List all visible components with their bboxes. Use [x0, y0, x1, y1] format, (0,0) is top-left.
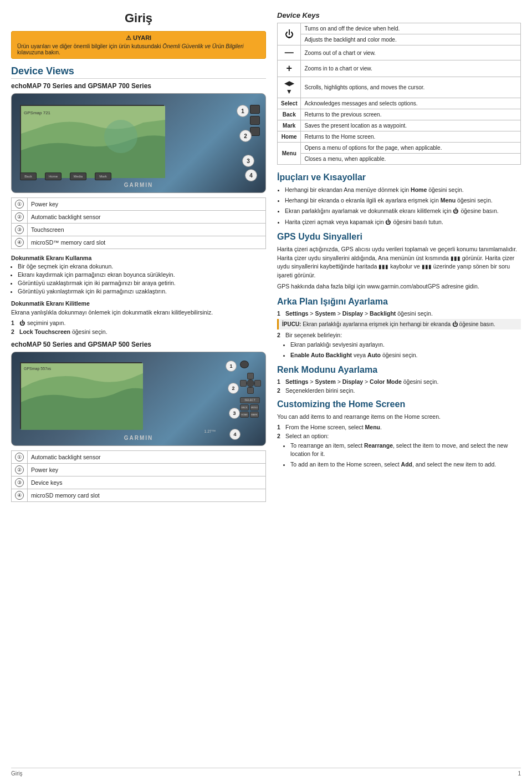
table-row: Mark Saves the present location as a way…	[278, 120, 521, 131]
device-screen-1: GPSmap 721	[20, 105, 164, 177]
garmin-label-2: GARMIN	[124, 435, 154, 441]
touchscreen-section: Dokunmatik Ekranı Kullanma Bir öğe seçme…	[11, 255, 266, 295]
callout-2-4: 4	[229, 429, 241, 440]
home-screen-text: You can add items to and rearrange items…	[277, 413, 521, 422]
table-cell: Adjusts the backlight and color mode.	[301, 34, 521, 45]
menu-key-cell: Menu	[278, 143, 301, 165]
table-row: ④ microSD™ memory card slot	[12, 236, 266, 249]
list-item: Ekran parlaklığı seviyesini ayarlayın.	[290, 341, 521, 349]
table-row: Closes a menu, when applicable.	[278, 154, 521, 165]
list-item: To rearrange an item, select Rearrange, …	[290, 442, 521, 458]
table-row: Menu Opens a menu of options for the pag…	[278, 143, 521, 154]
garmin-label-1: GARMIN	[124, 182, 154, 188]
home-step-1: 1 From the Home screen, select Menu.	[277, 424, 521, 430]
table-cell: Scrolls, highlights options, and moves t…	[301, 77, 521, 98]
ipuclari-list: Herhangi bir ekrandan Ana menüye dönmek …	[277, 186, 521, 226]
lock-heading: Dokunmatik Ekranı Kilitleme	[11, 300, 266, 307]
device-image-1: GPSmap 721 Back Home Media Mark GARMIN 1…	[11, 93, 266, 193]
back-key-cell: Back	[278, 109, 301, 120]
table-row: ② Power key	[12, 463, 266, 476]
table-row: ① Automatic backlight sensor	[12, 450, 266, 463]
table-row: Adjusts the backlight and color mode.	[278, 34, 521, 45]
table-row: ③ Device keys	[12, 476, 266, 489]
callout-num: ③	[15, 478, 24, 487]
touchscreen-bullets: Bir öğe seçmek için ekrana dokunun. Ekra…	[11, 263, 266, 295]
arka-note: İPUCU: Ekran parlaklığı ayarlarına erişm…	[277, 319, 521, 329]
plus-icon-cell: +	[278, 60, 301, 77]
callout-1-4: 4	[245, 169, 257, 181]
table-row: ① Power key	[12, 198, 266, 211]
callout-num: ④	[15, 238, 24, 247]
table-row: Back Returns to the previous screen.	[278, 109, 521, 120]
device-keys-heading: Device Keys	[277, 11, 521, 19]
table-cell: Acknowledges messages and selects option…	[301, 98, 521, 109]
warning-title: ⚠ UYARI	[17, 34, 260, 42]
home-step-2: 2 Select an option:	[277, 433, 521, 439]
callout-num: ②	[15, 212, 24, 221]
table-row: ⏻ Turns on and off the device when held.	[278, 23, 521, 34]
minus-icon-cell: —	[278, 45, 301, 60]
table-cell: Power key	[28, 463, 266, 476]
svg-point-1	[104, 120, 137, 153]
list-item: Herhangi bir ekranda o ekranla ilgili ek…	[285, 196, 521, 205]
callout-2-3: 3	[229, 408, 240, 419]
table-cell: Device keys	[28, 476, 266, 489]
series2-heading: echoMAP 50 Series and GPSMAP 500 Series	[11, 341, 266, 348]
renk-step-2: 2 Seçeneklerden birini seçin.	[277, 387, 521, 394]
lock-step-2: 2 Lock Touchscreen öğesini seçin.	[11, 328, 266, 335]
table-row: + Zooms in to a chart or view.	[278, 60, 521, 77]
home-screen-heading: Customizing the Home Screen	[277, 399, 521, 409]
lock-text: Ekrana yanlışlıkla dokunmayı önlemek içi…	[11, 308, 266, 317]
table-row: ◀▶ ▼ Scrolls, highlights options, and mo…	[278, 77, 521, 98]
device-table-1: ① Power key ② Automatic backlight sensor…	[11, 197, 266, 249]
list-item: Görüntüyü uzaklaştırmak için iki parmağı…	[18, 280, 266, 286]
table-row: — Zooms out of a chart or view.	[278, 45, 521, 60]
list-item: To add an item to the Home screen, selec…	[290, 460, 521, 469]
renk-heading: Renk Modunu Ayarlama	[277, 365, 521, 375]
callout-num: ②	[15, 465, 24, 474]
touchscreen-heading: Dokunmatik Ekranı Kullanma	[11, 255, 266, 261]
table-row: ② Automatic backlight sensor	[12, 211, 266, 224]
footer: Giriş 1	[11, 768, 521, 777]
svg-text:GPSmap 721: GPSmap 721	[24, 110, 51, 115]
arka-step-1: 1 Settings > System > Display > Backligh…	[277, 310, 521, 317]
select-key-cell: Select	[278, 98, 301, 109]
left-column: Giriş ⚠ UYARI Ürün uyarıları ve diğer ön…	[11, 11, 266, 770]
home-bullets: To rearrange an item, select Rearrange, …	[277, 442, 521, 469]
footer-left: Giriş	[11, 770, 23, 777]
table-cell: Saves the present location as a waypoint…	[301, 120, 521, 131]
footer-right: 1	[518, 770, 521, 777]
device-table-2: ① Automatic backlight sensor ② Power key…	[11, 450, 266, 502]
mark-key-cell: Mark	[278, 120, 301, 131]
list-item: Herhangi bir ekrandan Ana menüye dönmek …	[285, 186, 521, 194]
callout-num: ④	[15, 491, 24, 500]
gps-text2: GPS hakkında daha fazla bilgi için www.g…	[277, 282, 521, 291]
table-cell: Zooms in to a chart or view.	[301, 60, 521, 77]
arka-plan-heading: Arka Plan Işığını Ayarlama	[277, 297, 521, 307]
home-key-cell: Home	[278, 131, 301, 143]
table-cell: Returns to the previous screen.	[301, 109, 521, 120]
device-image-2: GPSmap 557xs SELECT BACK	[11, 352, 266, 446]
series1-heading: echoMAP 70 Series and GPSMAP 700 Series	[11, 82, 266, 90]
callout-num: ①	[15, 200, 24, 209]
callout-1-3: 3	[242, 155, 254, 167]
warning-text: Ürün uyarıları ve diğer önemli bilgiler …	[17, 43, 260, 55]
callout-num: ①	[15, 453, 24, 462]
table-row: ③ Touchscreen	[12, 224, 266, 236]
page-title: Giriş	[11, 11, 266, 26]
device-keys-table: ⏻ Turns on and off the device when held.…	[277, 23, 521, 165]
list-item: Ekran parlaklığını ayarlamak ve dokunmat…	[285, 207, 521, 215]
table-cell: microSD™ memory card slot	[28, 236, 266, 249]
callout-1-1: 1	[237, 105, 249, 117]
arka-bullets: Ekran parlaklığı seviyesini ayarlayın. E…	[277, 341, 521, 359]
table-cell: microSD memory card slot	[28, 489, 266, 501]
table-cell: Turns on and off the device when held.	[301, 23, 521, 34]
table-cell: Opens a menu of options for the page, wh…	[301, 143, 521, 154]
callout-num: ③	[15, 225, 24, 234]
power-icon-cell: ⏻	[278, 23, 301, 45]
callout-2-1: 1	[226, 361, 237, 372]
list-item: Harita çizeri açmak veya kapamak için ⏻ …	[285, 218, 521, 226]
lock-screen-section: Dokunmatik Ekranı Kilitleme Ekrana yanlı…	[11, 300, 266, 335]
table-cell: Returns to the Home screen.	[301, 131, 521, 143]
table-cell: Touchscreen	[28, 224, 266, 236]
